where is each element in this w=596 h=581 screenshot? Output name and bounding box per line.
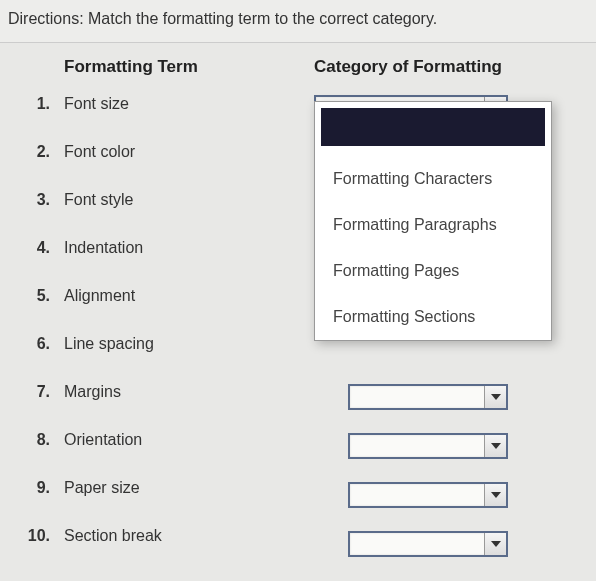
term-label: Margins <box>64 383 121 401</box>
chevron-down-icon <box>484 533 506 555</box>
chevron-down-icon <box>484 386 506 408</box>
term-header: Formatting Term <box>14 57 314 77</box>
term-label: Line spacing <box>64 335 154 353</box>
dropdown-popup: Formatting Characters Formatting Paragra… <box>314 101 552 341</box>
category-header: Category of Formatting <box>314 57 588 77</box>
term-number: 7. <box>14 383 64 401</box>
term-row: 10. Section break <box>14 527 314 545</box>
dropdown-option[interactable]: Formatting Pages <box>315 248 551 294</box>
term-row: 3. Font style <box>14 191 314 209</box>
term-number: 1. <box>14 95 64 113</box>
chevron-down-icon <box>484 484 506 506</box>
term-label: Font color <box>64 143 135 161</box>
term-row: 2. Font color <box>14 143 314 161</box>
term-row: 9. Paper size <box>14 479 314 497</box>
term-number: 3. <box>14 191 64 209</box>
dropdown-option[interactable]: Formatting Characters <box>315 156 551 202</box>
term-label: Indentation <box>64 239 143 257</box>
term-label: Alignment <box>64 287 135 305</box>
term-label: Font size <box>64 95 129 113</box>
content-area: Formatting Term 1. Font size 2. Font col… <box>0 43 596 581</box>
term-number: 2. <box>14 143 64 161</box>
term-number: 5. <box>14 287 64 305</box>
category-select-9[interactable] <box>348 482 508 508</box>
directions-text: Directions: Match the formatting term to… <box>0 0 596 43</box>
term-number: 6. <box>14 335 64 353</box>
category-select-7[interactable] <box>348 384 508 410</box>
term-row: 5. Alignment <box>14 287 314 305</box>
chevron-down-icon <box>484 435 506 457</box>
term-label: Orientation <box>64 431 142 449</box>
term-label: Font style <box>64 191 133 209</box>
term-number: 8. <box>14 431 64 449</box>
term-row: 1. Font size <box>14 95 314 113</box>
dropdown-option[interactable]: Formatting Sections <box>315 294 551 340</box>
category-select-10[interactable] <box>348 531 508 557</box>
term-number: 10. <box>14 527 64 545</box>
term-number: 9. <box>14 479 64 497</box>
term-row: 4. Indentation <box>14 239 314 257</box>
category-column: Category of Formatting Formatting Charac… <box>314 57 588 580</box>
dropdown-option-blank[interactable] <box>321 108 545 146</box>
dropdown-option[interactable]: Formatting Paragraphs <box>315 202 551 248</box>
term-row: 6. Line spacing <box>14 335 314 353</box>
term-label: Paper size <box>64 479 140 497</box>
category-select-8[interactable] <box>348 433 508 459</box>
term-row: 7. Margins <box>14 383 314 401</box>
terms-column: Formatting Term 1. Font size 2. Font col… <box>14 57 314 580</box>
term-row: 8. Orientation <box>14 431 314 449</box>
term-number: 4. <box>14 239 64 257</box>
term-label: Section break <box>64 527 162 545</box>
